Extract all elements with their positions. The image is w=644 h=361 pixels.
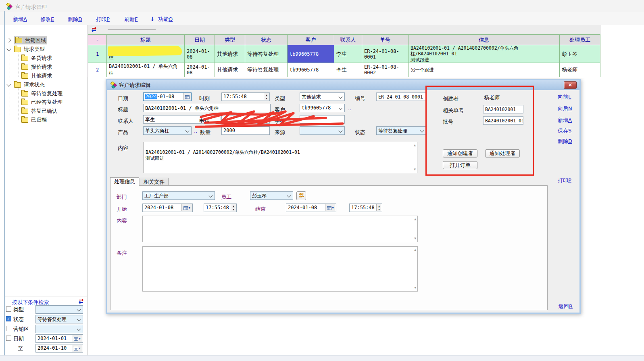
return-link[interactable]: 返回R xyxy=(559,303,573,310)
calendar-icon[interactable]: ▼ xyxy=(325,204,336,211)
start-time-field[interactable]: 17:55:48 ▲▼ xyxy=(204,204,237,212)
end-date-field[interactable]: 2024-01-08 ▼ xyxy=(286,204,336,212)
filter-date-checkbox[interactable] xyxy=(6,336,11,341)
notify-handler-button[interactable]: 通知处理者 xyxy=(485,149,520,157)
related-order-field[interactable]: BA240102001 xyxy=(483,105,523,113)
selected-cell[interactable]: tb99605778 xyxy=(288,45,334,63)
tree-item-replied[interactable]: 已经答复处理 xyxy=(21,98,63,106)
column-header-info[interactable]: 信息 xyxy=(408,35,560,45)
quantity-field[interactable]: 2000 xyxy=(221,126,270,135)
status-select[interactable]: 等待答复处理 xyxy=(376,126,426,135)
end-time-field[interactable]: 17:55:48 ▲▼ xyxy=(349,204,382,212)
toolbar-print-button[interactable]: 打印P xyxy=(96,16,110,23)
print-link[interactable]: 打印P xyxy=(558,177,571,184)
column-header-index[interactable]: - xyxy=(88,35,107,45)
tree-item-request-type[interactable]: 请求类型 xyxy=(7,45,45,53)
product-lookup-dots[interactable]: .. xyxy=(194,128,197,134)
customer-select[interactable]: tb99605778 xyxy=(300,104,345,112)
spinner-control[interactable]: ▲▼ xyxy=(231,204,236,211)
tree-item-request-status[interactable]: 请求状态 xyxy=(7,81,45,89)
filter-date-from-field[interactable]: 2024-01-01 ▼ xyxy=(35,334,83,343)
column-header-order-no[interactable]: 单号 xyxy=(362,35,408,45)
source-select[interactable] xyxy=(300,126,345,135)
tree-item-reply-confirmed[interactable]: 答复已确认 xyxy=(21,107,57,115)
spinner-control[interactable]: ▲▼ xyxy=(376,204,381,211)
spin-down-icon[interactable]: ▼ xyxy=(266,97,267,100)
filter-date-to-field[interactable]: 2024-01-10 ▼ xyxy=(35,344,83,353)
column-header-contact[interactable]: 联系人 xyxy=(334,35,362,45)
chevron-down-icon[interactable] xyxy=(6,46,11,51)
calendar-icon[interactable]: ▼ xyxy=(72,345,82,352)
chevron-down-icon[interactable] xyxy=(6,82,11,86)
spin-down-icon[interactable]: ▼ xyxy=(233,208,234,211)
chevron-right-icon[interactable] xyxy=(6,38,11,42)
nav-forward-link[interactable]: 向前L xyxy=(558,93,571,101)
toolbar-edit-button[interactable]: 修改E xyxy=(40,16,54,23)
calendar-icon[interactable] xyxy=(183,93,191,100)
tab-related-files[interactable]: 相关文件 xyxy=(140,178,169,186)
table-row[interactable]: 1 BA240102001-01 / 单头六角柱 2024-01-08 其他请求… xyxy=(88,45,600,63)
employee-select[interactable]: 彭玉琴 xyxy=(250,191,293,200)
spin-up-icon[interactable]: ▲ xyxy=(233,205,234,208)
tree-item-quote-request[interactable]: 报价请求 xyxy=(21,63,52,71)
content-textarea[interactable]: BA240102001-01 / A2014802700002/单头六角柱/BA… xyxy=(143,142,417,173)
scroll-up-icon[interactable]: ▲ xyxy=(414,217,416,221)
filter-region-select[interactable] xyxy=(35,325,83,333)
batch-field[interactable]: BA240102001-01 xyxy=(483,116,523,125)
phone-field[interactable] xyxy=(221,115,270,124)
spin-up-icon[interactable]: ▲ xyxy=(378,205,380,208)
product-select[interactable]: 单头六角柱 xyxy=(143,126,192,135)
nav-delete-link[interactable]: 删除D xyxy=(558,138,572,145)
dialog-titlebar[interactable]: 客户请求编辑 × xyxy=(107,80,579,90)
title-field[interactable]: BA240102001-01 / 单头六角柱 xyxy=(143,104,271,112)
table-row[interactable]: 2 BA240102001-01 / 单头六角柱 2024-01-08 其他请求… xyxy=(88,63,600,77)
column-header-status[interactable]: 状态 xyxy=(245,35,288,45)
spin-down-icon[interactable]: ▼ xyxy=(378,208,380,211)
column-header-type[interactable]: 类型 xyxy=(215,35,245,45)
filter-status-checkbox[interactable]: ✓ xyxy=(6,316,11,321)
tab-process-info[interactable]: 处理信息 xyxy=(110,177,139,186)
customer-lookup-dots[interactable]: .. xyxy=(348,105,351,111)
spin-up-icon[interactable]: ▲ xyxy=(266,94,267,97)
date-field[interactable]: 2024-01-08 xyxy=(143,92,192,101)
process-content-textarea[interactable]: ▲ ▼ xyxy=(142,216,418,242)
note-textarea[interactable]: ▲ ▼ xyxy=(142,246,418,292)
scroll-down-icon[interactable]: ▼ xyxy=(414,237,416,241)
start-date-field[interactable]: 2024-01-08 ▼ xyxy=(142,204,193,212)
scroll-up-icon[interactable]: ▲ xyxy=(414,248,416,252)
toolbar-new-button[interactable]: 新增A xyxy=(13,16,27,23)
time-field[interactable]: 17:55:48 ▲▼ xyxy=(221,92,270,101)
open-order-button[interactable]: 打开订单 xyxy=(443,161,477,169)
calendar-icon[interactable]: ▼ xyxy=(72,335,82,342)
tree-item-stock-request[interactable]: 备货请求 xyxy=(21,54,52,62)
filter-status-select[interactable]: 等待答复处理 xyxy=(35,315,83,323)
scroll-down-icon[interactable]: ▼ xyxy=(414,286,416,290)
filter-type-select[interactable] xyxy=(35,305,83,314)
scroll-up-icon[interactable]: ▲ xyxy=(414,143,416,147)
close-button[interactable]: × xyxy=(564,81,577,89)
tree-item-archived[interactable]: 已归档 xyxy=(21,116,47,124)
employee-picker-button[interactable] xyxy=(296,191,306,200)
tree-item-waiting-reply[interactable]: 等待答复处理 xyxy=(21,90,63,98)
filter-region-checkbox[interactable] xyxy=(6,326,11,331)
tree-item-other-request[interactable]: 其他请求 xyxy=(21,72,52,80)
tree-item-marketing-area[interactable]: 营销区域 xyxy=(7,36,47,44)
swap-icon[interactable] xyxy=(90,27,98,32)
scroll-down-icon[interactable]: ▼ xyxy=(414,168,416,172)
mobile-field[interactable] xyxy=(300,115,345,124)
nav-save-link[interactable]: 保存S xyxy=(558,127,571,134)
toolbar-delete-button[interactable]: 删除D xyxy=(68,16,82,23)
nav-new-link[interactable]: 新增A xyxy=(558,117,572,124)
toolbar-function-button[interactable]: ↓ 功能O xyxy=(150,16,173,23)
column-header-title[interactable]: 标题 xyxy=(107,35,185,45)
swap-icon[interactable] xyxy=(77,298,85,304)
type-select[interactable]: 其他请求 xyxy=(300,92,345,101)
calendar-icon[interactable]: ▼ xyxy=(181,204,192,211)
column-header-date[interactable]: 日期 xyxy=(185,35,215,45)
toolbar-refresh-button[interactable]: 刷新F xyxy=(124,16,138,23)
spinner-control[interactable]: ▲▼ xyxy=(264,93,269,100)
filter-type-checkbox[interactable] xyxy=(6,306,11,312)
column-header-customer[interactable]: 客户 xyxy=(288,35,334,45)
notify-creator-button[interactable]: 通知创建者 xyxy=(443,149,477,157)
nav-back-link[interactable]: 向后N xyxy=(558,105,572,112)
